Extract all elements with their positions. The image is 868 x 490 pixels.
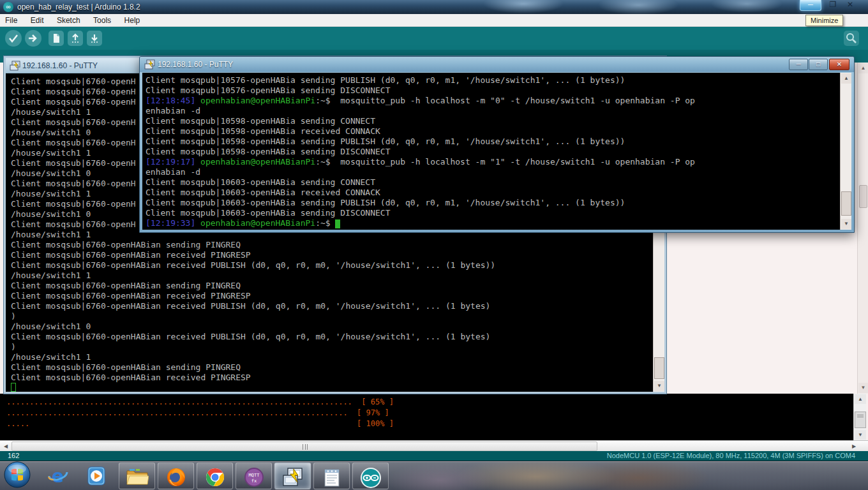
save-sketch-button[interactable] [87,31,102,46]
taskbar: e [0,461,868,490]
terminal-line: Client mosqpub|10576-openHABia sending P… [146,75,840,85]
arduino-app-icon: ∞ [3,2,13,12]
arduino-titlebar[interactable]: ∞ open_hab_relay_test | Arduino 1.8.2 ─ … [0,0,868,14]
taskbar-item-mqtt-fx[interactable]: MQTT fx [236,463,272,489]
upload-button[interactable] [25,30,41,47]
check-icon [5,30,22,47]
terminal-line: [12:18:45] openhabian@openHABianPi:~$ mo… [146,96,840,106]
verify-button[interactable] [5,30,22,47]
horizontal-scrollbar[interactable]: ◀ ▶ [0,440,868,451]
taskbar-item-chrome[interactable] [197,463,233,489]
internet-explorer-icon: e [42,466,74,486]
putty-front-titlebar[interactable]: 192.168.1.60 - PuTTY ─ □ ✕ [140,57,854,72]
arduino-restore-button[interactable]: ❐ [827,0,839,11]
taskbar-item-file-explorer[interactable] [119,463,155,489]
svg-text:fx: fx [251,479,256,484]
scroll-left-arrow-icon[interactable]: ◀ [1,442,11,451]
terminal-line [11,383,653,392]
terminal-line: Client mosqpub|10598-openHABia sending C… [146,116,840,126]
terminal-line: [12:19:17] openhabian@openHABianPi:~$ mo… [146,157,840,167]
terminal-line: Client mosqpub|10598-openHABia sending D… [146,147,840,157]
terminal-line: Client mosqpub|10598-openHABia received … [146,126,840,137]
scroll-up-arrow-icon[interactable]: ▲ [858,63,868,73]
terminal-line: /house/switch1 0 [11,322,653,332]
serial-monitor-button[interactable] [844,31,859,46]
terminal-line: enhabian -d [146,167,840,177]
close-icon: ✕ [837,61,842,68]
menu-edit[interactable]: Edit [26,14,49,25]
scroll-up-arrow-icon[interactable]: ▲ [841,73,851,84]
putty-back-scroll-thumb[interactable] [654,357,664,379]
new-sketch-button[interactable] [49,31,64,46]
scroll-right-arrow-icon[interactable]: ▶ [849,442,859,451]
taskbar-item-media-player[interactable] [80,462,112,490]
menu-tools[interactable]: Tools [88,14,116,25]
horizontal-scroll-thumb[interactable] [11,442,597,451]
taskbar-item-notepad[interactable] [313,463,350,489]
scroll-down-arrow-icon[interactable]: ▼ [654,381,664,391]
putty-front-terminal[interactable]: Client mosqpub|10576-openHABia sending P… [142,73,840,230]
status-board-info: NodeMCU 1.0 (ESP-12E Module), 80 MHz, 11… [607,452,855,459]
minimize-icon: ─ [796,61,800,68]
putty-window-icon [144,59,155,72]
terminal-line: enhabian -d [146,106,840,116]
putty-front-scroll-thumb[interactable] [841,191,851,216]
document-icon [49,31,64,46]
terminal-line: Client mosqsub|6760-openHABian sending P… [11,281,653,291]
close-icon: ✕ [847,0,853,9]
upload-progress-line: ........................................… [6,397,853,408]
menu-help[interactable]: Help [119,14,146,25]
putty-front-scrollbar[interactable]: ▲ ▼ [840,73,851,230]
console-vertical-scrollbar[interactable]: ▲ ▼ [853,394,866,440]
arduino-close-button[interactable]: ✕ [844,0,857,11]
svg-text:e: e [52,466,64,486]
restore-icon: ❐ [830,0,837,9]
upload-progress-line: ..... [ 100% ] [6,419,853,429]
taskbar-item-internet-explorer[interactable]: e [42,462,74,490]
down-arrow-icon [87,31,102,46]
editor-vertical-scrollbar[interactable]: ▲ ▼ [857,63,868,394]
putty-minimize-button[interactable]: ─ [789,59,808,70]
notepad-icon [314,467,349,487]
scroll-down-arrow-icon[interactable]: ▼ [855,430,866,440]
menu-file[interactable]: File [0,14,22,25]
scroll-up-arrow-icon[interactable]: ▲ [855,394,866,404]
terminal-line: ) [11,311,653,322]
putty-front-window: 192.168.1.60 - PuTTY ─ □ ✕ Client mosqpu… [139,56,855,233]
desktop: ∞ open_hab_relay_test | Arduino 1.8.2 ─ … [0,0,868,490]
putty-window-icon [10,61,20,73]
taskbar-item-firefox[interactable] [158,463,194,489]
menu-sketch[interactable]: Sketch [52,14,86,25]
windows-media-player-icon [80,466,112,486]
putty-back-title: 192.168.1.60 - PuTTY [22,61,98,70]
putty-maximize-button[interactable]: □ [809,59,828,70]
arduino-minimize-button[interactable]: ─ [800,0,821,11]
scroll-down-arrow-icon[interactable]: ▼ [858,383,868,393]
folder-icon [119,467,154,486]
terminal-line: Client mosqsub|6760-openHABian sending P… [11,240,653,250]
windows-start-orb-icon [4,479,31,490]
terminal-line: Client mosqpub|10603-openHABia sending C… [146,177,840,188]
terminal-line: Client mosqsub|6760-openHABian received … [11,301,653,311]
terminal-line: /house/switch1 1 [11,352,653,362]
right-arrow-icon [25,30,41,47]
putty-icon [275,467,310,487]
maximize-icon: □ [816,61,820,68]
start-button[interactable] [4,461,31,490]
terminal-line: Client mosqsub|6760-openHABian sending P… [11,362,653,373]
arduino-window-title: open_hab_relay_test | Arduino 1.8.2 [17,3,140,11]
upload-progress-line: ........................................… [6,408,853,419]
terminal-line: Client mosqsub|6760-openHABian received … [11,250,653,260]
firefox-icon [158,467,193,487]
scroll-down-arrow-icon[interactable]: ▼ [841,219,851,229]
arduino-toolbar [0,27,868,50]
taskbar-item-putty[interactable] [274,463,311,489]
open-sketch-button[interactable] [68,31,83,46]
arduino-menubar: File Edit Sketch Tools Help [0,14,868,27]
taskbar-item-arduino[interactable] [352,463,389,489]
console-scroll-thumb[interactable] [855,412,866,428]
terminal-line: [12:19:33] openhabian@openHABianPi:~$ [146,218,840,228]
terminal-line: Client mosqsub|6760-openHABian received … [11,332,653,342]
editor-scroll-thumb[interactable] [859,185,867,208]
putty-close-button[interactable]: ✕ [829,59,849,70]
